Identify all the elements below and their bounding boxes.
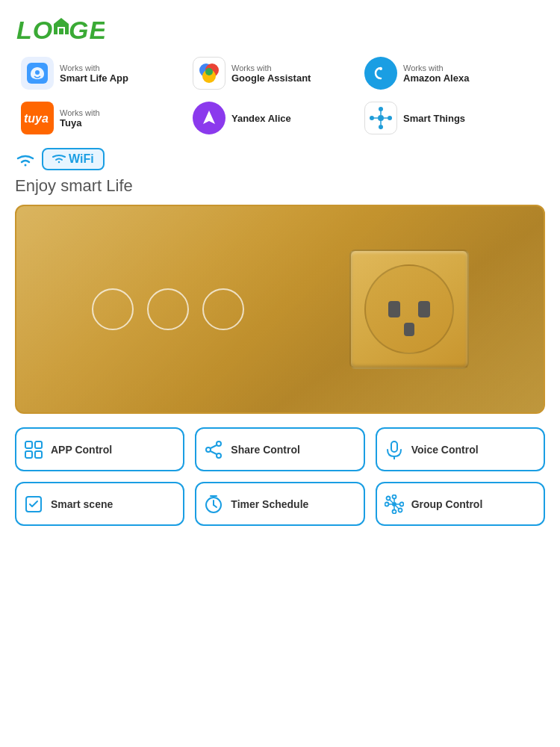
timer-schedule-icon (204, 494, 223, 514)
svg-point-43 (392, 495, 396, 499)
group-control-label: Group Control (411, 498, 483, 510)
svg-point-30 (217, 441, 221, 446)
svg-point-17 (378, 115, 384, 121)
touch-switches (92, 288, 244, 330)
svg-rect-35 (391, 441, 397, 452)
alexa-icon (364, 57, 397, 90)
tagline: Enjoy smart Life (15, 176, 545, 196)
compat-section: Works with Smart Life App Works with Go (15, 54, 545, 137)
socket-hole-left (388, 301, 400, 317)
svg-point-11 (371, 63, 391, 83)
app-control-button[interactable]: APP Control (15, 427, 184, 471)
svg-point-46 (399, 503, 403, 506)
svg-rect-26 (25, 441, 32, 448)
svg-point-32 (206, 447, 211, 452)
svg-point-19 (379, 125, 383, 129)
socket-hole-right (418, 301, 430, 317)
app-control-icon (24, 439, 43, 459)
svg-point-31 (217, 453, 221, 458)
voice-control-icon (385, 439, 404, 459)
smart-things-icon (364, 102, 397, 134)
google-brand: Google Assistant (231, 72, 311, 84)
svg-rect-3 (59, 28, 63, 34)
svg-line-54 (396, 506, 399, 509)
wifi-badge: WiFi (42, 148, 105, 170)
svg-point-47 (386, 497, 390, 500)
smart-scene-label: Smart scene (51, 498, 113, 510)
google-icon (193, 57, 225, 90)
voice-control-button[interactable]: Voice Control (376, 427, 545, 471)
alexa-brand: Amazon Alexa (403, 72, 469, 84)
socket-inner (364, 264, 454, 354)
touch-switch-3 (202, 288, 244, 330)
share-control-label: Share Control (231, 444, 300, 456)
smart-life-icon (21, 57, 54, 90)
svg-point-10 (205, 68, 213, 75)
device-image (15, 205, 545, 414)
svg-rect-27 (35, 441, 42, 448)
svg-point-45 (385, 503, 388, 506)
svg-text:GEN: GEN (69, 16, 105, 43)
svg-point-48 (398, 509, 402, 512)
svg-point-20 (370, 116, 374, 120)
wifi-badge-icon (52, 154, 66, 164)
google-works-with: Works with (231, 63, 311, 72)
voice-control-label: Voice Control (411, 444, 479, 456)
compat-google: Works with Google Assistant (187, 54, 358, 93)
timer-schedule-label: Timer Schedule (231, 498, 308, 510)
controls-grid: APP Control Share Control (15, 427, 545, 526)
logo-area: LO GEN (15, 13, 545, 43)
eu-socket (349, 249, 469, 369)
touch-switch-1 (92, 288, 134, 330)
svg-point-18 (379, 107, 383, 111)
tuya-works-with: Works with (60, 108, 100, 117)
compat-smart-things: Smart Things (358, 99, 530, 137)
logo: LO GEN (15, 15, 105, 38)
timer-schedule-button[interactable]: Timer Schedule (195, 482, 364, 526)
compat-yandex: Yandex Alice (187, 99, 358, 137)
tuya-icon: tuya (21, 102, 54, 134)
svg-line-53 (390, 500, 393, 503)
google-text: Works with Google Assistant (231, 63, 311, 84)
smart-scene-button[interactable]: Smart scene (15, 482, 184, 526)
share-control-button[interactable]: Share Control (195, 427, 364, 471)
yandex-text: Yandex Alice (231, 113, 291, 124)
alexa-text: Works with Amazon Alexa (403, 63, 469, 84)
alexa-works-with: Works with (403, 63, 469, 72)
wifi-signal-icon (15, 150, 36, 168)
group-control-button[interactable]: Group Control (376, 482, 545, 526)
wifi-label: WiFi (69, 152, 94, 166)
tuya-text: Works with Tuya (60, 108, 100, 128)
svg-point-44 (392, 510, 396, 514)
svg-point-21 (388, 116, 392, 120)
group-control-icon (385, 494, 404, 514)
smart-things-brand: Smart Things (403, 113, 465, 124)
tuya-brand: Tuya (60, 117, 100, 128)
compat-smart-life: Works with Smart Life App (15, 54, 187, 93)
svg-line-34 (211, 451, 217, 454)
smart-things-text: Smart Things (403, 113, 465, 124)
smart-scene-icon (24, 494, 43, 514)
socket-hole-bottom (404, 323, 414, 336)
touch-switch-2 (147, 288, 189, 330)
app-control-label: APP Control (51, 444, 112, 456)
smart-life-works-with: Works with (60, 63, 128, 72)
smart-life-text: Works with Smart Life App (60, 63, 128, 84)
share-control-icon (204, 439, 223, 459)
smart-life-brand: Smart Life App (60, 72, 128, 84)
svg-line-33 (211, 445, 217, 448)
compat-alexa: Works with Amazon Alexa (358, 54, 530, 93)
svg-rect-29 (35, 451, 42, 458)
logo-svg: LO GEN (15, 13, 105, 43)
page: LO GEN (0, 0, 560, 747)
svg-line-40 (214, 505, 217, 507)
svg-text:LO: LO (16, 16, 53, 43)
wifi-section: WiFi (15, 148, 545, 170)
svg-point-12 (379, 67, 382, 70)
yandex-icon (193, 102, 225, 134)
svg-point-6 (35, 70, 40, 75)
compat-row-1: Works with Smart Life App Works with Go (15, 54, 545, 93)
yandex-brand: Yandex Alice (231, 113, 291, 124)
compat-row-2: tuya Works with Tuya Yand (15, 99, 545, 137)
svg-text:tuya: tuya (24, 112, 49, 125)
